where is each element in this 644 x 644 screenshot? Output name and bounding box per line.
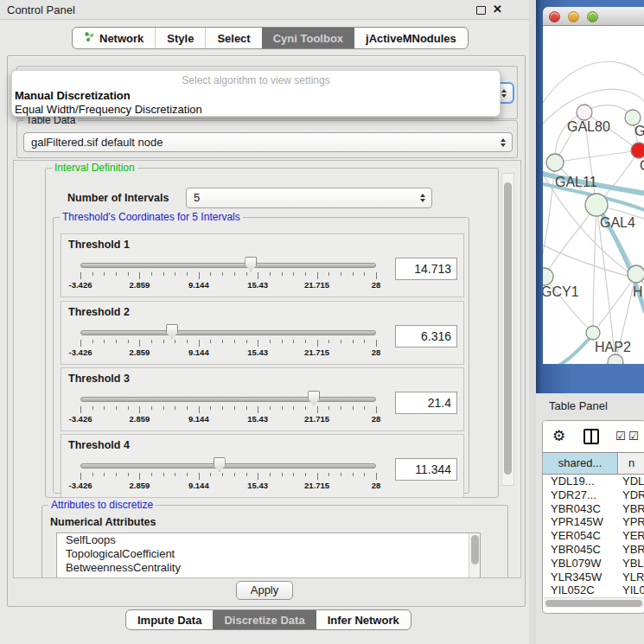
threshold-value-field[interactable]: 14.713 xyxy=(395,258,457,280)
scrollbar-thumb[interactable] xyxy=(471,535,479,564)
table-row[interactable]: YLR345WYLR3 xyxy=(543,571,644,584)
network-node-gal11[interactable] xyxy=(546,154,564,171)
numerical-attributes-list[interactable]: SelfLoopsTopologicalCoefficientBetweenne… xyxy=(56,532,481,578)
cell-name: YDL1 xyxy=(622,475,644,488)
list-item[interactable]: SelfLoops xyxy=(57,533,480,547)
slider-thumb[interactable] xyxy=(245,257,257,271)
network-view-window: GAL80GACGAL11GAL4GCY1HHAP2 xyxy=(536,0,644,393)
cell-name: YIL0 xyxy=(622,583,644,596)
slider-track[interactable] xyxy=(80,263,376,268)
checkbox-select-icon[interactable]: ☑ xyxy=(615,430,626,443)
network-edge[interactable] xyxy=(555,150,639,163)
table-row[interactable]: YBR045CYBR0 xyxy=(543,543,644,557)
close-icon[interactable]: ✕ xyxy=(493,3,502,16)
algorithm-dropdown-popup: Select algorithm to view settings Manual… xyxy=(11,70,501,117)
scrollbar-thumb[interactable] xyxy=(504,182,512,475)
checkbox-select-all-icon[interactable]: ☑ xyxy=(628,430,639,443)
tab-jactivemnodules[interactable]: jActiveMNodules xyxy=(354,28,468,48)
threshold-label: Threshold 1 xyxy=(68,239,130,251)
slider-thumb[interactable] xyxy=(166,324,178,339)
threshold-panel-1: Threshold 1-3.4262.8599.14415.4321.71528… xyxy=(61,233,464,297)
slider-ticks xyxy=(80,272,376,280)
bottom-tab-label: Impute Data xyxy=(137,614,201,627)
network-node-hap2[interactable] xyxy=(586,326,600,340)
scrollbar-thumb[interactable] xyxy=(545,600,642,607)
slider-track[interactable] xyxy=(80,330,376,335)
tab-label: Cyni Toolbox xyxy=(273,32,343,45)
column-header-shared-name[interactable]: shared... xyxy=(543,453,618,474)
network-node-gal80[interactable] xyxy=(577,105,592,120)
interval-definition-group: Interval Definition Number of Intervals … xyxy=(45,168,499,498)
tab-network[interactable]: Network xyxy=(73,28,155,48)
slider-track[interactable] xyxy=(80,463,376,469)
control-panel-title: Control Panel xyxy=(7,3,75,16)
attributes-list-scrollbar[interactable] xyxy=(469,533,480,577)
threshold-value-field[interactable]: 21.4 xyxy=(395,392,457,414)
slider-axis-labels: -3.4262.8599.14415.4321.71528 xyxy=(80,348,376,358)
table-row[interactable]: YPR145WYPR1 xyxy=(543,515,644,529)
number-of-intervals-value: 5 xyxy=(194,191,200,204)
network-canvas[interactable]: GAL80GACGAL11GAL4GCY1HHAP2 xyxy=(543,26,644,364)
table-row[interactable]: YDL19...YDL1 xyxy=(543,475,644,488)
minimize-traffic-light-button[interactable] xyxy=(568,11,579,22)
bottom-tab-impute-data[interactable]: Impute Data xyxy=(126,610,213,629)
table-row[interactable]: YIL052CYIL0 xyxy=(543,583,644,596)
table-row[interactable]: YER054CYER0 xyxy=(543,529,644,543)
table-body: YDL19...YDL1YDR27...YDR2YBR043CYBR0YPR14… xyxy=(543,475,644,596)
algorithm-placeholder-option[interactable]: Select algorithm to view settings xyxy=(12,74,500,86)
node-label: H xyxy=(633,284,643,299)
network-node-gal4[interactable] xyxy=(585,194,608,216)
slider-thumb[interactable] xyxy=(214,457,226,472)
network-node[interactable] xyxy=(608,354,623,364)
tab-label: Style xyxy=(167,32,194,45)
table-row[interactable]: YBR043CYBR0 xyxy=(543,502,644,516)
network-node-c[interactable] xyxy=(631,143,644,158)
threshold-value-field[interactable]: 11.344 xyxy=(395,458,457,481)
slider-track[interactable] xyxy=(80,397,376,402)
node-label: GA xyxy=(634,124,644,138)
table-panel-title: Table Panel xyxy=(549,399,608,412)
apply-button[interactable]: Apply xyxy=(236,581,293,600)
network-node-gcy1[interactable] xyxy=(543,268,553,285)
cell-name: YLR3 xyxy=(622,571,644,583)
tab-label: Network xyxy=(99,32,143,45)
tab-select[interactable]: Select xyxy=(205,28,261,48)
close-traffic-light-button[interactable] xyxy=(549,11,560,22)
cell-name: YDR2 xyxy=(622,488,644,501)
tab-label: Select xyxy=(217,32,250,45)
node-label: HAP2 xyxy=(595,340,631,354)
float-window-icon[interactable] xyxy=(476,6,486,15)
zoom-traffic-light-button[interactable] xyxy=(587,11,598,22)
cell-shared-name: YDL19... xyxy=(551,475,595,488)
bottom-tab-discretize-data[interactable]: Discretize Data xyxy=(213,610,316,629)
settings-vertical-scrollbar[interactable] xyxy=(501,173,514,486)
table-horizontal-scrollbar[interactable] xyxy=(544,597,644,608)
cell-name: YPR1 xyxy=(622,515,644,528)
threshold-value-field[interactable]: 6.316 xyxy=(395,325,457,348)
list-item[interactable]: BetweennessCentrality xyxy=(57,561,480,575)
slider-thumb[interactable] xyxy=(308,391,320,405)
algorithm-option-equal-width[interactable]: Equal Width/Frequency Discretization xyxy=(15,103,202,116)
network-icon xyxy=(84,31,95,45)
network-edge[interactable] xyxy=(593,205,596,333)
cell-shared-name: YLR345W xyxy=(551,571,602,583)
table-row[interactable]: YBL079WYBL0 xyxy=(543,557,644,571)
table-row[interactable]: YDR27...YDR2 xyxy=(543,488,644,502)
number-of-intervals-combobox[interactable]: 5 xyxy=(186,188,432,208)
table-data-combobox[interactable]: galFiltered.sif default node xyxy=(23,132,513,152)
gear-icon[interactable]: ⚙ xyxy=(552,427,565,444)
bottom-tab-infer-network[interactable]: Infer Network xyxy=(316,610,411,629)
column-header-name[interactable]: n xyxy=(619,453,644,474)
list-item[interactable]: TopologicalCoefficient xyxy=(57,547,480,561)
network-edge-highlighted[interactable] xyxy=(543,335,593,364)
algorithm-option-manual[interactable]: Manual Discretization xyxy=(15,89,131,102)
split-columns-icon[interactable] xyxy=(583,429,599,444)
network-node-h[interactable] xyxy=(628,265,644,283)
table-panel-region: Table Panel ⚙ ☑ ☑ shared... n YDL19...YD… xyxy=(536,393,644,644)
slider-ticks xyxy=(80,406,376,414)
combo-arrows-icon xyxy=(420,194,425,202)
panel-divider[interactable] xyxy=(529,0,536,644)
tab-cyni-toolbox[interactable]: Cyni Toolbox xyxy=(262,28,354,48)
network-edge[interactable] xyxy=(543,61,644,111)
tab-style[interactable]: Style xyxy=(155,28,205,48)
